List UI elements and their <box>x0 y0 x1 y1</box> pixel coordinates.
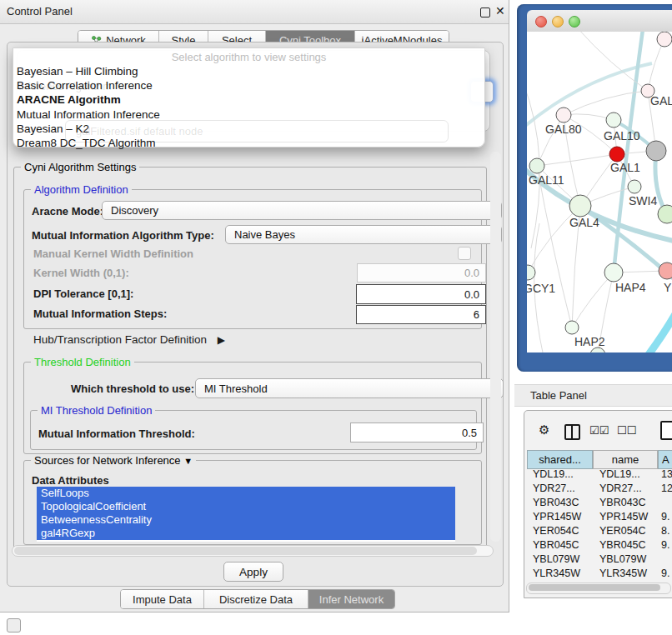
screen: Control Panel ✕ Network Style Select <box>0 0 672 635</box>
maximize-traffic-light-icon[interactable] <box>569 16 580 28</box>
sources-legend[interactable]: Sources for Network Inference ▼ <box>31 454 196 467</box>
aracne-mode-select[interactable]: Discovery ▲▼ <box>102 201 502 220</box>
algorithm-definition-legend: Algorithm Definition <box>31 183 132 196</box>
table-row[interactable]: YER054CYER054C8. <box>527 525 672 539</box>
node-gal10[interactable] <box>606 112 621 128</box>
collapse-down-icon[interactable]: ▼ <box>183 456 193 466</box>
attribute-item[interactable]: SelfLoops <box>37 487 455 500</box>
table-cell[interactable]: 12 <box>659 482 672 497</box>
table-row[interactable]: YBL079WYBL079W <box>527 553 672 568</box>
attribute-item[interactable]: TopologicalCoefficient <box>37 500 455 513</box>
mi-algorithm-type-select[interactable]: Naive Bayes ▲▼ <box>225 225 502 244</box>
collapsed-panel-icon[interactable] <box>7 618 21 632</box>
apply-button[interactable]: Apply <box>223 562 283 582</box>
node-green-right[interactable] <box>658 205 672 223</box>
network-view-window[interactable]: GAL GAL80 GAL10 GAL1 GAL11 SWI4 GAL4 GCY… <box>517 4 672 372</box>
table-row[interactable]: YDL19...YDL19...13 <box>527 468 672 482</box>
node-gray[interactable] <box>646 141 666 161</box>
table-cell[interactable]: YBL079W <box>594 553 659 568</box>
horizontal-scrollbar-thumb[interactable] <box>14 547 477 555</box>
table-cell[interactable]: YBR045C <box>527 539 594 553</box>
tab-discretize-data[interactable]: Discretize Data <box>204 590 308 608</box>
attribute-item[interactable]: gal4RGexp <box>37 527 455 540</box>
table-cell[interactable]: 8. <box>659 525 672 539</box>
table-row[interactable]: YBR043CYBR043C <box>527 497 672 511</box>
algorithm-option[interactable]: Basic Correlation Inference <box>17 78 481 92</box>
select-all-checks-icon[interactable]: ☑☑ <box>589 424 609 437</box>
table-cell[interactable]: YDR27... <box>594 482 659 497</box>
edge-highlighted <box>639 305 672 352</box>
table-cell[interactable]: YLR345W <box>527 568 594 582</box>
node-salmon[interactable] <box>659 262 672 279</box>
expand-right-icon[interactable]: ▶ <box>218 334 225 346</box>
hub-factor-expander[interactable]: Hub/Transcription Factor Definition ▶ <box>33 333 225 346</box>
table-row[interactable]: YPR145WYPR145W9. <box>527 511 672 525</box>
close-traffic-light-icon[interactable] <box>535 16 547 28</box>
node-hap4[interactable] <box>604 263 623 282</box>
node-gal11[interactable] <box>529 158 544 173</box>
network-canvas[interactable]: GAL GAL80 GAL10 GAL1 GAL11 SWI4 GAL4 GCY… <box>527 32 672 352</box>
table-row[interactable]: YDR27...YDR27...12 <box>527 482 672 497</box>
table-horizontal-scrollbar[interactable] <box>526 582 671 594</box>
minimize-traffic-light-icon[interactable] <box>552 16 564 28</box>
bottom-tabs: Impute Data Discretize Data Infer Networ… <box>120 589 395 609</box>
table-scrollbar-thumb[interactable] <box>529 584 660 591</box>
mi-threshold-input[interactable]: 0.5 <box>350 422 484 442</box>
table-cell[interactable]: 9. <box>659 511 672 525</box>
column-header-a[interactable]: A <box>658 450 672 469</box>
control-panel-titlebar[interactable]: Control Panel ✕ <box>0 0 509 24</box>
close-icon[interactable]: ✕ <box>495 4 505 18</box>
algorithm-option[interactable]: Mutual Information Inference <box>17 108 481 122</box>
table-cell[interactable]: 9. <box>659 568 672 582</box>
algorithm-option[interactable]: ARACNE Algorithm <box>17 92 481 107</box>
table-cell[interactable] <box>659 497 672 511</box>
node-hap2[interactable] <box>565 321 579 334</box>
table-cell[interactable]: YBR043C <box>527 497 594 511</box>
table-cell[interactable]: YBR043C <box>594 497 659 511</box>
mi-steps-input[interactable]: 6 <box>356 305 486 324</box>
node-swi4[interactable] <box>628 180 641 193</box>
deselect-all-checks-icon[interactable]: ☐☐ <box>617 424 636 437</box>
attribute-item[interactable]: BetweennessCentrality <box>37 513 455 527</box>
table-cell[interactable]: YDR27... <box>527 482 594 497</box>
table-cell[interactable]: YDL19... <box>527 468 594 482</box>
manual-kernel-width-checkbox[interactable] <box>458 247 471 260</box>
tab-impute-data[interactable]: Impute Data <box>121 590 204 608</box>
table-cell[interactable]: YPR145W <box>527 511 594 525</box>
algorithm-option[interactable]: Bayesian – Hill Climbing <box>17 64 481 78</box>
kernel-width-input[interactable]: 0.0 <box>357 263 486 282</box>
table-cell[interactable]: 13 <box>659 468 672 482</box>
algorithm-option[interactable]: Bayesian – K2 <box>17 122 481 136</box>
float-window-icon[interactable] <box>480 8 490 18</box>
table-panel-titlebar[interactable]: Table Panel <box>514 384 672 407</box>
table-cell[interactable]: YLR345W <box>594 568 659 582</box>
network-window-titlebar[interactable] <box>527 10 672 32</box>
data-attributes-list[interactable]: SelfLoopsTopologicalCoefficientBetweenne… <box>37 487 455 542</box>
column-header-name[interactable]: name <box>593 450 658 469</box>
settings-vertical-scrollbar[interactable] <box>490 152 501 542</box>
column-header-shared-name[interactable]: shared... <box>527 450 593 469</box>
which-threshold-select[interactable]: MI Threshold ▲▼ <box>195 378 504 398</box>
tab-infer-network[interactable]: Infer Network <box>308 590 394 608</box>
table-cell[interactable] <box>659 553 672 568</box>
node-gal-top[interactable] <box>657 32 672 47</box>
table-cell[interactable]: YPR145W <box>594 511 659 525</box>
node-gal4[interactable] <box>569 195 591 217</box>
table-cell[interactable]: 9. <box>659 539 672 553</box>
algorithm-option[interactable]: Dream8 DC_TDC Algorithm <box>17 136 481 150</box>
node-gal80[interactable] <box>556 108 571 122</box>
gear-icon[interactable]: ⚙ <box>539 422 549 438</box>
table-cell[interactable]: YDL19... <box>594 468 659 482</box>
table-row[interactable]: YBR045CYBR045C9. <box>527 539 672 553</box>
table-cell[interactable]: YBR045C <box>594 539 659 553</box>
document-icon[interactable] <box>660 421 672 440</box>
columns-icon[interactable] <box>564 424 580 440</box>
which-threshold-label: Which threshold to use: <box>71 382 194 395</box>
node-gal1-selected[interactable] <box>609 147 624 162</box>
table-cell[interactable]: YBL079W <box>527 553 594 568</box>
table-cell[interactable]: YER054C <box>527 525 594 539</box>
table-row[interactable]: YLR345WYLR345W9. <box>527 568 672 582</box>
dpi-tolerance-input[interactable]: 0.0 <box>356 284 486 304</box>
settings-horizontal-scrollbar[interactable] <box>12 545 494 557</box>
table-cell[interactable]: YER054C <box>594 525 659 539</box>
